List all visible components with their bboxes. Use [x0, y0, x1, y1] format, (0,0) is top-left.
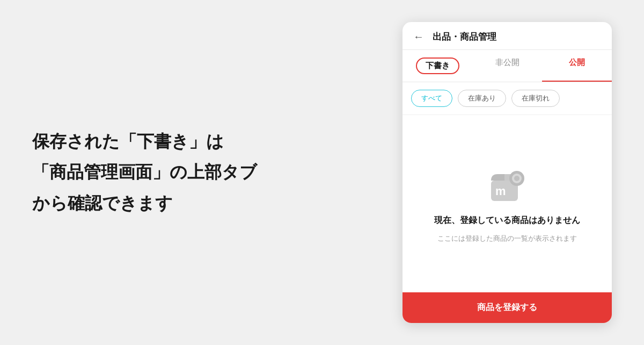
tab-public-label: 公開	[569, 58, 585, 67]
filter-in-stock[interactable]: 在庫あり	[458, 90, 506, 107]
svg-point-4	[514, 176, 519, 181]
tab-private-label: 非公開	[495, 58, 519, 67]
text-line1: 保存された「下書き」は	[32, 132, 224, 151]
svg-text:m: m	[495, 184, 506, 198]
tab-draft[interactable]: 下書き	[402, 50, 472, 82]
screen-title: 出品・商品管理	[433, 31, 496, 43]
text-line2: 「商品管理画面」の上部タブ	[32, 162, 257, 182]
left-panel: 保存された「下書き」は 「商品管理画面」の上部タブ から確認できます	[32, 126, 402, 219]
register-button[interactable]: 商品を登録する	[402, 292, 612, 323]
filter-bar: すべて 在庫あり 在庫切れ	[402, 82, 612, 115]
phone-header: ← 出品・商品管理	[402, 22, 612, 50]
empty-state: m 現在、登録している商品はありません ここには登録した商品の一覧が表示されます	[402, 115, 612, 292]
main-text: 保存された「下書き」は 「商品管理画面」の上部タブ から確認できます	[32, 126, 381, 219]
page-layout: 保存された「下書き」は 「商品管理画面」の上部タブ から確認できます ← 出品・…	[0, 0, 644, 345]
filter-all[interactable]: すべて	[411, 90, 452, 107]
tab-bar: 下書き 非公開 公開	[402, 50, 612, 82]
empty-subtitle: ここには登録した商品の一覧が表示されます	[437, 234, 577, 243]
mercari-logo-icon: m	[486, 164, 529, 207]
tab-public[interactable]: 公開	[542, 50, 612, 82]
tab-draft-label: 下書き	[416, 58, 459, 74]
text-line3: から確認できます	[32, 193, 173, 213]
phone-mockup: ← 出品・商品管理 下書き 非公開 公開 すべて 在庫あり 在庫切れ	[402, 22, 612, 323]
tab-private[interactable]: 非公開	[472, 50, 542, 82]
empty-title: 現在、登録している商品はありません	[434, 215, 580, 226]
filter-out-of-stock[interactable]: 在庫切れ	[511, 90, 560, 107]
back-arrow-icon[interactable]: ←	[413, 31, 424, 43]
